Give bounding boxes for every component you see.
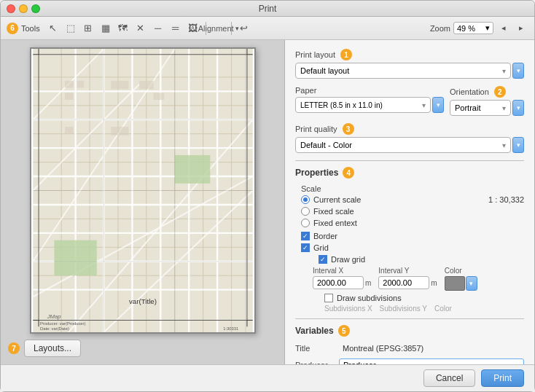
map-icon[interactable]: 🗺 bbox=[116, 21, 130, 36]
interval-y-input-row: m bbox=[378, 276, 437, 289]
interval-x-input-row: m bbox=[313, 276, 371, 289]
zoom-in-icon[interactable]: ▸ bbox=[514, 21, 528, 36]
fixed-scale-item[interactable]: Fixed scale bbox=[301, 207, 524, 216]
paper-apply-button[interactable]: ▾ bbox=[432, 97, 444, 113]
draw-subdivisions-label: Draw subdivisions bbox=[337, 294, 402, 302]
paper-orientation-row: Paper LETTER (8.5 in x 11.0 in) ▾ ▾ Orie… bbox=[295, 86, 524, 123]
grid-checkbox[interactable] bbox=[301, 243, 310, 252]
color-swatch[interactable] bbox=[445, 276, 465, 291]
paper-group: Paper LETTER (8.5 in x 11.0 in) ▾ ▾ bbox=[295, 86, 444, 116]
var-producer-row: Producer bbox=[295, 358, 524, 364]
zoom-arrow-icon: ▾ bbox=[485, 23, 490, 33]
close-button[interactable] bbox=[7, 4, 15, 13]
var-title-value: Montreal (EPSG:3857) bbox=[339, 342, 524, 354]
interval-x-group: Interval X m bbox=[313, 267, 371, 291]
orientation-dropdown[interactable]: Portrait ▾ bbox=[450, 100, 511, 116]
color-arrow-button[interactable]: ▾ bbox=[466, 276, 477, 291]
bottom-right-buttons: Cancel Print bbox=[423, 369, 524, 387]
fixed-extent-item[interactable]: Fixed entext bbox=[301, 219, 524, 227]
scale-value: 1 : 30,332 bbox=[488, 195, 524, 204]
right-panel: Print layout 1 Default layout ▾ ▾ Pape bbox=[285, 40, 534, 364]
undo-icon[interactable]: ↩ bbox=[237, 21, 251, 36]
layouts-button[interactable]: Layouts... bbox=[24, 340, 81, 357]
var-title-row: Title Montreal (EPSG:3857) bbox=[295, 342, 524, 354]
interval-y-unit: m bbox=[431, 279, 437, 287]
draw-subdivisions-item[interactable]: Draw subdivisions bbox=[324, 294, 524, 302]
print-button[interactable]: Print bbox=[481, 369, 524, 387]
variables-label: Variables bbox=[295, 326, 334, 336]
print-window: Print 6 Tools ↖ ⬚ ⊞ ▦ 🗺 ✕ ─ ═ 🖼 Alignmen… bbox=[0, 0, 535, 392]
chevron-down-icon: ▾ bbox=[502, 104, 506, 112]
var-producer-input[interactable] bbox=[339, 358, 524, 364]
fixed-extent-radio[interactable] bbox=[301, 219, 310, 227]
print-layout-value: Default layout bbox=[300, 66, 349, 75]
print-quality-dropdown[interactable]: Default - Color ▾ bbox=[295, 137, 511, 153]
zoom-out-icon[interactable]: ◂ bbox=[496, 21, 511, 36]
interval-x-unit: m bbox=[365, 279, 371, 287]
print-quality-dropdown-row: Default - Color ▾ ▾ bbox=[295, 137, 524, 153]
cross-icon[interactable]: ✕ bbox=[133, 21, 148, 36]
cancel-button[interactable]: Cancel bbox=[423, 369, 475, 387]
layouts-badge: 7 bbox=[8, 342, 20, 354]
scale-radio-group: Current scale 1 : 30,332 Fixed scale Fix… bbox=[301, 195, 524, 227]
border-checkbox-item[interactable]: Border bbox=[301, 232, 524, 240]
minus-icon[interactable]: ─ bbox=[151, 21, 165, 36]
variables-header: Variables 5 bbox=[295, 325, 524, 337]
window-controls bbox=[7, 4, 40, 13]
paper-dropdown-row: LETTER (8.5 in x 11.0 in) ▾ ▾ bbox=[295, 97, 444, 113]
current-scale-radio[interactable] bbox=[301, 195, 310, 204]
border-checkbox[interactable] bbox=[301, 232, 310, 240]
interval-y-group: Interval Y m bbox=[378, 267, 437, 291]
properties-header: Properties 4 bbox=[295, 167, 524, 179]
zoom-label: Zoom bbox=[430, 24, 450, 33]
print-layout-group: Print layout 1 Default layout ▾ ▾ bbox=[295, 49, 524, 79]
draw-subdivisions-checkbox[interactable] bbox=[324, 294, 333, 302]
chevron-down-icon: ▾ bbox=[502, 67, 506, 75]
right-panel-wrapper: Print layout 1 Default layout ▾ ▾ Pape bbox=[285, 40, 534, 364]
orientation-apply-button[interactable]: ▾ bbox=[512, 100, 524, 116]
grid-label: Grid bbox=[313, 243, 329, 252]
select-icon[interactable]: ⬚ bbox=[63, 21, 78, 36]
zoom-dropdown[interactable]: 49 % ▾ bbox=[453, 22, 493, 34]
alignment-dropdown[interactable]: Alignment ▾ bbox=[211, 21, 226, 36]
paper-dropdown[interactable]: LETTER (8.5 in x 11.0 in) ▾ bbox=[295, 97, 431, 113]
tools-badge: 6 bbox=[7, 23, 18, 34]
grid-sub-section: Draw grid Interval X m Int bbox=[313, 255, 524, 313]
color-label: Color bbox=[445, 267, 477, 275]
draw-grid-checkbox-item[interactable]: Draw grid bbox=[319, 255, 524, 264]
grid-checkbox-item[interactable]: Grid bbox=[301, 243, 524, 252]
print-layout-dropdown-row: Default layout ▾ ▾ bbox=[295, 63, 524, 79]
svg-rect-45 bbox=[111, 127, 128, 136]
color-selector[interactable]: ▾ bbox=[445, 276, 477, 291]
equals-icon[interactable]: ═ bbox=[168, 21, 183, 36]
color-group: Color ▾ bbox=[445, 267, 477, 291]
divider-2 bbox=[295, 318, 524, 319]
interval-row: Interval X m Interval Y m bbox=[313, 267, 524, 291]
maximize-button[interactable] bbox=[31, 4, 40, 13]
draw-grid-checkbox[interactable] bbox=[319, 255, 327, 264]
grid-icon[interactable]: ⊞ bbox=[81, 21, 95, 36]
toolbar: 6 Tools ↖ ⬚ ⊞ ▦ 🗺 ✕ ─ ═ 🖼 Alignment ▾ ↩ … bbox=[1, 17, 534, 40]
grid-section: Grid Draw grid Interval X bbox=[301, 243, 524, 313]
print-layout-apply-button[interactable]: ▾ bbox=[512, 63, 524, 79]
quality-apply-button[interactable]: ▾ bbox=[512, 137, 524, 153]
minimize-button[interactable] bbox=[19, 4, 28, 13]
interval-y-input[interactable] bbox=[378, 276, 429, 289]
preview-bottom: 7 Layouts... bbox=[8, 334, 277, 357]
interval-x-input[interactable] bbox=[313, 276, 364, 289]
current-scale-item[interactable]: Current scale bbox=[301, 195, 361, 204]
paper-label: Paper bbox=[295, 86, 444, 95]
table-icon[interactable]: ▦ bbox=[98, 21, 113, 36]
svg-text:Date: var(Date): Date: var(Date) bbox=[39, 326, 69, 331]
current-scale-row: Current scale 1 : 30,332 bbox=[301, 195, 524, 204]
subdivisions-y-label: Subdivisions Y bbox=[380, 305, 427, 313]
fixed-scale-radio[interactable] bbox=[301, 207, 310, 216]
bottom-bar: Cancel Print bbox=[1, 364, 534, 391]
badge-2: 2 bbox=[494, 86, 506, 98]
orientation-group: Orientation 2 Portrait ▾ ▾ bbox=[450, 86, 524, 116]
orientation-value: Portrait bbox=[455, 103, 480, 112]
print-layout-dropdown[interactable]: Default layout ▾ bbox=[295, 63, 511, 79]
svg-text:JMap: JMap bbox=[46, 313, 61, 320]
cursor-icon[interactable]: ↖ bbox=[46, 21, 60, 36]
badge-5: 5 bbox=[338, 325, 350, 337]
